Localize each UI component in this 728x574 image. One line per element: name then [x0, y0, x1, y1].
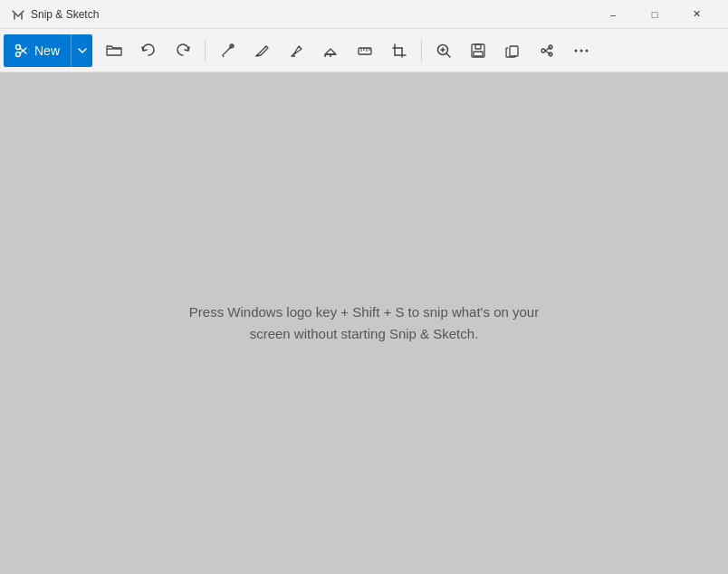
- maximize-button[interactable]: □: [634, 0, 675, 29]
- separator-1: [205, 40, 206, 62]
- svg-rect-30: [510, 46, 518, 56]
- zoom-icon: [435, 42, 453, 60]
- pencil-icon: [253, 42, 271, 60]
- svg-line-4: [20, 48, 26, 53]
- copy-icon: [503, 42, 522, 60]
- svg-line-24: [446, 53, 450, 57]
- app-icon: [11, 7, 25, 22]
- open-folder-icon: [105, 42, 123, 60]
- crop-button[interactable]: [383, 34, 416, 67]
- eraser-button[interactable]: [314, 34, 347, 67]
- hint-line-2: screen without starting Snip & Sketch.: [250, 326, 479, 341]
- save-button[interactable]: [462, 34, 494, 67]
- svg-rect-27: [472, 44, 484, 57]
- more-icon: [572, 42, 590, 60]
- svg-point-31: [549, 45, 552, 49]
- hint-text: Press Windows logo key + Shift + S to sn…: [189, 301, 539, 345]
- save-icon: [469, 42, 487, 60]
- highlighter-icon: [287, 42, 305, 60]
- svg-rect-28: [475, 44, 481, 49]
- svg-point-2: [16, 44, 21, 49]
- new-label: New: [34, 43, 60, 58]
- svg-line-9: [256, 54, 257, 56]
- close-button[interactable]: ✕: [675, 0, 717, 29]
- new-dropdown-button[interactable]: [71, 34, 92, 67]
- more-options-button[interactable]: [565, 34, 598, 67]
- ballpoint-pen-button[interactable]: [211, 34, 244, 67]
- ballpoint-pen-icon: [218, 42, 236, 60]
- redo-icon: [175, 43, 191, 59]
- svg-point-23: [438, 44, 448, 54]
- svg-point-36: [586, 49, 589, 52]
- svg-point-7: [230, 44, 234, 48]
- eraser-icon: [321, 42, 340, 60]
- crop-icon: [390, 42, 408, 60]
- highlighter-button[interactable]: [280, 34, 312, 67]
- window-controls: – □ ✕: [592, 0, 717, 29]
- chevron-down-icon: [78, 48, 87, 53]
- svg-point-32: [549, 53, 552, 56]
- redo-button[interactable]: [167, 34, 199, 67]
- app-title: Snip & Sketch: [31, 8, 592, 21]
- copy-button[interactable]: [496, 34, 529, 67]
- share-button[interactable]: [531, 34, 563, 67]
- svg-line-5: [20, 48, 26, 53]
- separator-2: [421, 40, 422, 62]
- zoom-button[interactable]: [427, 34, 460, 67]
- svg-line-8: [264, 46, 266, 48]
- new-button[interactable]: New: [4, 34, 71, 67]
- undo-icon: [140, 43, 157, 59]
- svg-point-34: [575, 49, 578, 52]
- svg-rect-29: [474, 52, 483, 56]
- open-button[interactable]: [98, 34, 130, 67]
- svg-point-3: [16, 52, 21, 56]
- new-button-group: New: [4, 34, 92, 67]
- undo-button[interactable]: [132, 34, 165, 67]
- svg-rect-14: [359, 48, 371, 54]
- svg-line-6: [223, 55, 224, 57]
- hint-line-1: Press Windows logo key + Shift + S to sn…: [189, 304, 539, 320]
- share-icon: [538, 42, 556, 60]
- title-bar: Snip & Sketch – □ ✕: [0, 0, 728, 29]
- pencil-button[interactable]: [245, 34, 278, 67]
- canvas-area: Press Windows logo key + Shift + S to sn…: [0, 72, 728, 574]
- ruler-icon: [356, 42, 374, 60]
- svg-point-33: [541, 49, 545, 53]
- scissors-icon: [14, 43, 29, 58]
- minimize-button[interactable]: –: [592, 0, 634, 29]
- svg-point-35: [580, 49, 583, 52]
- toolbar: New: [0, 29, 728, 72]
- ruler-button[interactable]: [349, 34, 381, 67]
